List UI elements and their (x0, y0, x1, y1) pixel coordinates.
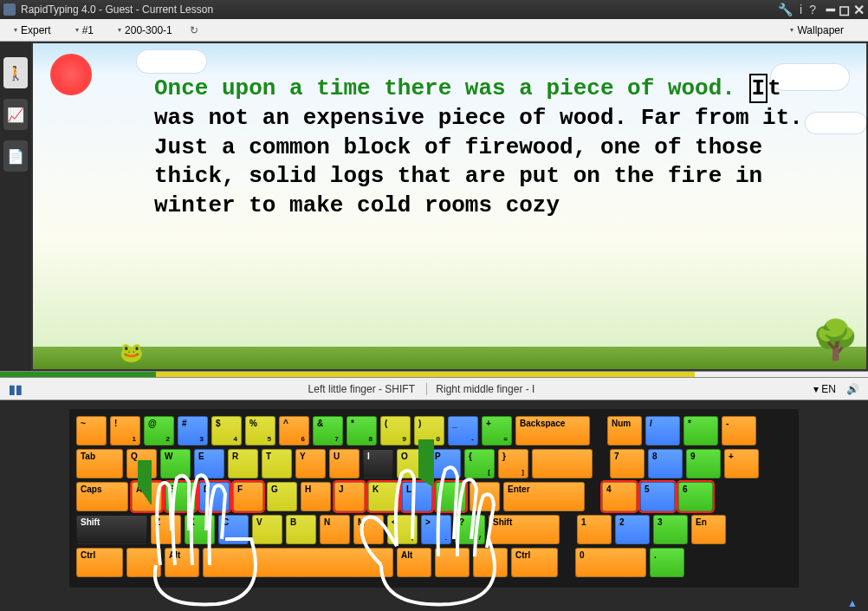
key-blank[interactable] (435, 548, 470, 577)
key-n[interactable]: N (320, 515, 350, 544)
key-c[interactable]: C (218, 515, 249, 544)
tab-stats[interactable]: 📈 (3, 99, 28, 130)
key-[interactable]: @2 (144, 416, 174, 445)
key-6[interactable]: 6 (678, 482, 713, 511)
key-p[interactable]: P (431, 449, 461, 478)
key-ctrl[interactable]: Ctrl (511, 548, 558, 577)
level-dropdown[interactable]: ▾Expert (7, 23, 58, 38)
key-backspace[interactable]: Backspace (515, 416, 590, 445)
key-[interactable]: ?/ (455, 515, 485, 544)
progress-bar (0, 371, 868, 378)
key-[interactable]: ^6 (279, 416, 309, 445)
key-[interactable]: += (482, 416, 512, 445)
key-1[interactable]: 1 (577, 515, 612, 544)
wallpaper-dropdown[interactable]: ▾Wallpaper (783, 23, 851, 38)
key-i[interactable]: I (363, 449, 393, 478)
key-f[interactable]: F (233, 482, 263, 511)
key-[interactable]: )0 (414, 416, 444, 445)
key-x[interactable]: X (185, 515, 215, 544)
help-icon[interactable]: ? (809, 3, 816, 16)
key-[interactable]: * (683, 416, 718, 445)
lesson-dropdown[interactable]: ▾#1 (68, 23, 100, 38)
key-q[interactable]: Q (126, 449, 157, 478)
toolbar: ▾Expert ▾#1 ▾200-300-1 ↻ ▾Wallpaper (0, 19, 868, 42)
minimize-button[interactable]: ━ (826, 2, 835, 18)
key-[interactable]: ~ (76, 416, 107, 445)
pause-button[interactable]: ▮▮ (9, 382, 23, 396)
settings-icon[interactable]: 🔧 (778, 3, 793, 16)
key-w[interactable]: W (160, 449, 191, 478)
key-[interactable]: "' (470, 482, 500, 511)
key-blank[interactable] (126, 548, 161, 577)
key-9[interactable]: 9 (686, 449, 721, 478)
key-a[interactable]: A (132, 482, 162, 511)
key-en[interactable]: En (691, 515, 726, 544)
key-[interactable]: (9 (380, 416, 411, 445)
key-o[interactable]: O (397, 449, 427, 478)
key-blank[interactable] (203, 548, 393, 577)
sound-icon[interactable]: 🔊 (846, 383, 859, 395)
key-[interactable]: }] (498, 449, 528, 478)
grass-decoration (33, 347, 866, 369)
close-button[interactable]: ✕ (853, 2, 865, 18)
key-blank[interactable] (473, 548, 508, 577)
key-j[interactable]: J (334, 482, 365, 511)
collapse-keyboard-icon[interactable]: ▲ (847, 597, 858, 609)
key-[interactable]: !1 (110, 416, 140, 445)
key-shift[interactable]: Shift (489, 515, 560, 544)
key-d[interactable]: D (199, 482, 230, 511)
refresh-icon[interactable]: ↻ (190, 24, 198, 36)
key-k[interactable]: K (368, 482, 398, 511)
key-[interactable]: . (650, 548, 684, 577)
key-ctrl[interactable]: Ctrl (76, 548, 123, 577)
key-l[interactable]: L (402, 482, 432, 511)
tab-courses[interactable]: 📄 (3, 140, 28, 172)
key-[interactable]: {[ (464, 449, 495, 478)
key-[interactable]: #3 (178, 416, 208, 445)
key-[interactable]: <, (387, 515, 418, 544)
key-[interactable]: >. (421, 515, 451, 544)
key-4[interactable]: 4 (602, 482, 637, 511)
key-alt[interactable]: Alt (165, 548, 199, 577)
key-[interactable]: + (724, 449, 759, 478)
key-0[interactable]: 0 (575, 548, 646, 577)
key-z[interactable]: Z (151, 515, 181, 544)
hint-left: Left little finger - SHIFT (300, 383, 424, 395)
key-s[interactable]: S (165, 482, 196, 511)
key-5[interactable]: 5 (640, 482, 675, 511)
key-y[interactable]: Y (295, 449, 326, 478)
key-caps[interactable]: Caps (76, 482, 128, 511)
sublesson-dropdown[interactable]: ▾200-300-1 (111, 23, 179, 38)
key-alt[interactable]: Alt (397, 548, 431, 577)
key-g[interactable]: G (267, 482, 297, 511)
info-icon[interactable]: i (800, 3, 802, 16)
key-[interactable]: :; (436, 482, 466, 511)
key-h[interactable]: H (301, 482, 331, 511)
maximize-button[interactable]: ◻ (839, 2, 850, 18)
key-b[interactable]: B (286, 515, 316, 544)
key-[interactable]: &7 (313, 416, 343, 445)
language-dropdown[interactable]: ▾ EN (813, 383, 836, 395)
key-m[interactable]: M (353, 515, 384, 544)
key-[interactable]: *8 (347, 416, 377, 445)
key-3[interactable]: 3 (653, 515, 688, 544)
key-e[interactable]: E (194, 449, 224, 478)
key-[interactable]: %5 (245, 416, 275, 445)
key-[interactable]: / (645, 416, 680, 445)
tab-lesson[interactable]: 🚶 (3, 57, 28, 88)
key-tab[interactable]: Tab (76, 449, 123, 478)
key-2[interactable]: 2 (615, 515, 650, 544)
key-[interactable]: $4 (211, 416, 242, 445)
key-7[interactable]: 7 (610, 449, 645, 478)
key-shift[interactable]: Shift (76, 515, 147, 544)
key-num[interactable]: Num (607, 416, 642, 445)
key-t[interactable]: T (262, 449, 292, 478)
key-v[interactable]: V (252, 515, 282, 544)
key-8[interactable]: 8 (648, 449, 683, 478)
key-blank[interactable] (532, 449, 593, 478)
key-r[interactable]: R (228, 449, 258, 478)
key-[interactable]: _- (448, 416, 478, 445)
key-[interactable]: - (722, 416, 756, 445)
key-enter[interactable]: Enter (503, 482, 585, 511)
key-u[interactable]: U (329, 449, 360, 478)
